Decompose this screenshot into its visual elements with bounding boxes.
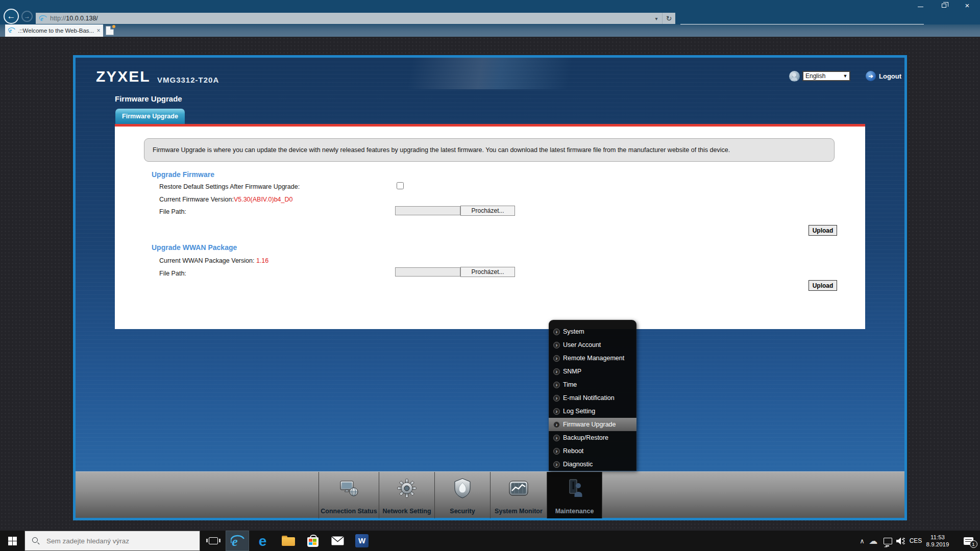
nav-label: System Monitor (491, 508, 547, 515)
mail-icon[interactable] (327, 531, 348, 551)
menu-item-backup-restore[interactable]: ›Backup/Restore (549, 431, 636, 444)
logout-icon[interactable]: ➔ (866, 71, 876, 81)
browser-tab[interactable]: e .::Welcome to the Web-Bas... × (5, 24, 103, 37)
chevron-right-icon: › (553, 342, 560, 348)
chevron-down-icon: ▼ (841, 73, 849, 79)
new-tab-icon[interactable] (106, 26, 114, 35)
menu-item-email-notification[interactable]: ›E-mail Notification (549, 391, 636, 405)
tab-firmware-upgrade[interactable]: Firmware Upgrade (115, 109, 185, 124)
network-tray-icon[interactable] (881, 531, 894, 551)
content-panel: Firmware Upgrade is where you can update… (115, 127, 865, 329)
firmware-browse-button[interactable]: Procházet... (460, 206, 515, 216)
ie-icon: e (39, 15, 47, 22)
taskbar-edge-icon[interactable]: e (253, 531, 275, 551)
network-setting-icon (379, 475, 434, 501)
volume-icon[interactable] (893, 531, 908, 551)
menu-item-label: SNMP (563, 368, 581, 375)
tray-time: 11:53 (923, 534, 952, 541)
chevron-right-icon: › (553, 395, 560, 402)
tray-chevron-icon[interactable]: ∧ (856, 531, 868, 551)
language-globe-icon (789, 71, 800, 82)
menu-item-remote-management[interactable]: ›Remote Management (549, 352, 636, 365)
svg-text:e: e (258, 534, 266, 548)
url-host: 10.0.0.138/ (66, 15, 98, 22)
firmware-file-path-input[interactable] (395, 206, 460, 215)
url-dropdown-icon[interactable]: ▾ (651, 16, 662, 21)
menu-item-label: System (563, 328, 584, 335)
page-title: Firmware Upgrade (115, 94, 182, 103)
tray-date: 8.9.2019 (923, 541, 952, 548)
address-bar[interactable]: e http://10.0.0.138/ ▾ ↻ (36, 13, 675, 24)
router-page: ZYXEL VMG3312-T20A English ▼ ➔ Logout Fi… (73, 55, 907, 520)
tab-close-icon[interactable]: × (94, 27, 103, 34)
tray-clock[interactable]: 11:53 8.9.2019 (923, 531, 952, 551)
menu-item-system[interactable]: ›System (549, 325, 636, 338)
wwan-upload-button[interactable]: Upload (808, 280, 837, 291)
file-explorer-icon[interactable] (278, 531, 299, 551)
language-value: English (803, 72, 841, 80)
menu-item-time[interactable]: ›Time (549, 378, 636, 391)
restore-default-label: Restore Default Settings After Firmware … (159, 183, 300, 190)
wwan-browse-button[interactable]: Procházet... (460, 267, 515, 277)
menu-item-firmware-upgrade[interactable]: ›Firmware Upgrade (549, 418, 636, 431)
wwan-version-label: Current WWAN Package Version: (159, 257, 256, 264)
system-monitor-icon (491, 475, 547, 501)
menu-item-label: Log Setting (563, 408, 595, 415)
chevron-right-icon: › (553, 382, 560, 388)
chevron-right-icon: › (553, 461, 560, 468)
menu-item-log-setting[interactable]: ›Log Setting (549, 405, 636, 418)
nav-security[interactable]: Security (434, 472, 490, 518)
word-icon[interactable]: W (351, 531, 373, 551)
menu-item-label: Firmware Upgrade (563, 421, 616, 428)
menu-item-snmp[interactable]: ›SNMP (549, 365, 636, 378)
nav-maintenance[interactable]: Maintenance (547, 472, 602, 518)
nav-system-monitor[interactable]: System Monitor (490, 472, 547, 518)
forward-icon[interactable]: → (21, 11, 33, 22)
chevron-right-icon: › (553, 435, 560, 441)
nav-label: Maintenance (547, 508, 602, 515)
start-button[interactable] (0, 531, 24, 551)
menu-item-label: Remote Management (563, 355, 624, 362)
menu-item-label: Backup/Restore (563, 434, 608, 441)
nav-connection-status[interactable]: Connection Status (318, 472, 379, 518)
menu-item-user-account[interactable]: ›User Account (549, 338, 636, 352)
firmware-upload-button[interactable]: Upload (808, 225, 837, 236)
menu-item-label: Diagnostic (563, 461, 593, 468)
menu-item-diagnostic[interactable]: ›Diagnostic (549, 458, 636, 471)
restore-default-checkbox[interactable] (397, 182, 404, 189)
close-icon[interactable]: × (959, 0, 976, 11)
notification-icon[interactable]: 1 (958, 531, 979, 551)
tray-language[interactable]: CES (906, 531, 925, 551)
section-heading-upgrade-firmware: Upgrade Firmware (152, 170, 214, 179)
nav-network-setting[interactable]: Network Setting (379, 472, 434, 518)
logout-button[interactable]: Logout (879, 72, 901, 80)
language-select[interactable]: English ▼ (802, 71, 850, 81)
file-path-label: File Path: (159, 270, 186, 277)
chevron-right-icon: › (553, 408, 560, 415)
browser-titlebar: × (0, 0, 980, 11)
taskbar-ie-icon[interactable]: e (226, 531, 249, 551)
onedrive-icon[interactable]: ☁ (867, 531, 880, 551)
brand-logo: ZYXEL (96, 68, 151, 85)
maintenance-icon (547, 475, 602, 501)
nav-label: Connection Status (319, 508, 379, 515)
wwan-version-row: Current WWAN Package Version: 1.16 (159, 257, 268, 264)
device-model: VMG3312-T20A (157, 76, 219, 84)
microsoft-store-icon[interactable] (302, 531, 324, 551)
firmware-version-value: V5.30(ABIV.0)b4_D0 (234, 196, 293, 203)
restore-icon[interactable] (935, 0, 952, 11)
task-view-icon[interactable] (203, 531, 224, 551)
nav-label: Network Setting (379, 508, 434, 515)
wwan-file-path-input[interactable] (395, 267, 460, 277)
browser-tabrow (0, 24, 980, 37)
back-icon[interactable]: ← (4, 9, 19, 24)
windows-logo-icon (8, 537, 17, 545)
chevron-right-icon: › (553, 448, 560, 455)
taskbar-search-box[interactable] (24, 531, 200, 551)
menu-item-reboot[interactable]: ›Reboot (549, 444, 636, 458)
refresh-icon[interactable]: ↻ (662, 13, 675, 24)
minimize-icon[interactable] (912, 0, 929, 11)
taskbar-search-input[interactable] (40, 537, 200, 545)
tab-title: .::Welcome to the Web-Bas... (18, 28, 94, 34)
notification-badge: 1 (970, 540, 977, 548)
